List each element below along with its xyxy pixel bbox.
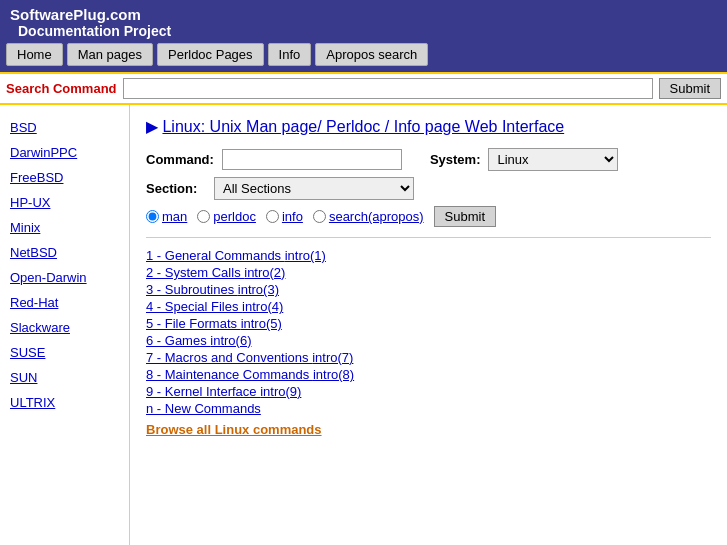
page-title-link[interactable]: Linux: Unix Man page/ Perldoc / Info pag… xyxy=(162,118,564,135)
radio-info-link[interactable]: info xyxy=(282,209,303,224)
sidebar-item-sun[interactable]: SUN xyxy=(0,365,129,390)
radio-perldoc[interactable] xyxy=(197,210,210,223)
sidebar-item-netbsd[interactable]: NetBSD xyxy=(0,240,129,265)
nav-bar: Home Man pages Perldoc Pages Info Apropo… xyxy=(0,43,727,72)
list-item: 7 - Macros and Conventions intro(7) xyxy=(146,350,711,365)
section-3-intro-link[interactable]: intro(3) xyxy=(238,282,279,297)
sidebar-item-darwinppc[interactable]: DarwinPPC xyxy=(0,140,129,165)
list-item: 5 - File Formats intro(5) xyxy=(146,316,711,331)
sidebar-item-ultrix[interactable]: ULTRIX xyxy=(0,390,129,415)
section-1-intro-link[interactable]: intro(1) xyxy=(285,248,326,263)
list-item: 8 - Maintenance Commands intro(8) xyxy=(146,367,711,382)
section-5-link[interactable]: 5 - File Formats intro(5) xyxy=(146,316,282,331)
section-2-intro-link[interactable]: intro(2) xyxy=(244,265,285,280)
sidebar: BSD DarwinPPC FreeBSD HP-UX Minix NetBSD… xyxy=(0,105,130,545)
list-item: 6 - Games intro(6) xyxy=(146,333,711,348)
sidebar-item-slackware[interactable]: Slackware xyxy=(0,315,129,340)
section-7-link[interactable]: 7 - Macros and Conventions intro(7) xyxy=(146,350,353,365)
radio-man[interactable] xyxy=(146,210,159,223)
arrow-icon: ▶ xyxy=(146,118,158,135)
section-4-link[interactable]: 4 - Special Files intro(4) xyxy=(146,299,283,314)
sidebar-item-open-darwin[interactable]: Open-Darwin xyxy=(0,265,129,290)
sections-list: 1 - General Commands intro(1) 2 - System… xyxy=(146,248,711,416)
radio-perldoc-label[interactable]: perldoc xyxy=(197,209,256,224)
list-item: 1 - General Commands intro(1) xyxy=(146,248,711,263)
search-input[interactable] xyxy=(123,78,653,99)
section-3-link[interactable]: 3 - Subroutines intro(3) xyxy=(146,282,279,297)
sidebar-item-hp-ux[interactable]: HP-UX xyxy=(0,190,129,215)
radio-info[interactable] xyxy=(266,210,279,223)
section-select[interactable]: All Sections 1 - General Commands 2 - Sy… xyxy=(214,177,414,200)
form-row-section: Section: All Sections 1 - General Comman… xyxy=(146,177,711,200)
list-item: 9 - Kernel Interface intro(9) xyxy=(146,384,711,399)
sidebar-item-bsd[interactable]: BSD xyxy=(0,115,129,140)
sidebar-item-freebsd[interactable]: FreeBSD xyxy=(0,165,129,190)
radio-apropos-link[interactable]: search(apropos) xyxy=(329,209,424,224)
radio-row: man perldoc info search(apropos) Submit xyxy=(146,206,711,227)
sidebar-item-suse[interactable]: SUSE xyxy=(0,340,129,365)
list-item: n - New Commands xyxy=(146,401,711,416)
form-submit-button[interactable]: Submit xyxy=(434,206,496,227)
search-bar: Search Command Submit xyxy=(0,72,727,105)
site-name: SoftwarePlug.com xyxy=(10,6,717,23)
divider xyxy=(146,237,711,238)
search-command-label: Search Command xyxy=(6,81,117,96)
project-name: Documentation Project xyxy=(18,23,717,39)
section-8-intro-link[interactable]: intro(8) xyxy=(313,367,354,382)
system-label: System: xyxy=(430,152,481,167)
section-n-link[interactable]: n - New Commands xyxy=(146,401,261,416)
nav-tab-home[interactable]: Home xyxy=(6,43,63,66)
section-label: Section: xyxy=(146,181,206,196)
section-8-link[interactable]: 8 - Maintenance Commands intro(8) xyxy=(146,367,354,382)
page-title: ▶ Linux: Unix Man page/ Perldoc / Info p… xyxy=(146,117,711,136)
command-input[interactable] xyxy=(222,149,402,170)
section-5-intro-link[interactable]: intro(5) xyxy=(241,316,282,331)
system-select[interactable]: Linux BSD FreeBSD HP-UX Minix NetBSD Ope… xyxy=(488,148,618,171)
form-row-command-system: Command: System: Linux BSD FreeBSD HP-UX… xyxy=(146,148,711,171)
section-1-link[interactable]: 1 - General Commands intro(1) xyxy=(146,248,326,263)
section-6-link[interactable]: 6 - Games intro(6) xyxy=(146,333,251,348)
nav-tab-info[interactable]: Info xyxy=(268,43,312,66)
search-submit-button[interactable]: Submit xyxy=(659,78,721,99)
sidebar-item-minix[interactable]: Minix xyxy=(0,215,129,240)
command-label: Command: xyxy=(146,152,214,167)
list-item: 4 - Special Files intro(4) xyxy=(146,299,711,314)
browse-all-link[interactable]: Browse all Linux commands xyxy=(146,422,322,437)
header: SoftwarePlug.com Documentation Project xyxy=(0,0,727,43)
radio-man-label[interactable]: man xyxy=(146,209,187,224)
radio-man-link[interactable]: man xyxy=(162,209,187,224)
list-item: 3 - Subroutines intro(3) xyxy=(146,282,711,297)
sidebar-item-red-hat[interactable]: Red-Hat xyxy=(0,290,129,315)
section-9-link[interactable]: 9 - Kernel Interface intro(9) xyxy=(146,384,301,399)
list-item: 2 - System Calls intro(2) xyxy=(146,265,711,280)
radio-perldoc-link[interactable]: perldoc xyxy=(213,209,256,224)
section-4-intro-link[interactable]: intro(4) xyxy=(242,299,283,314)
section-9-intro-link[interactable]: intro(9) xyxy=(260,384,301,399)
radio-apropos-label[interactable]: search(apropos) xyxy=(313,209,424,224)
section-2-link[interactable]: 2 - System Calls intro(2) xyxy=(146,265,285,280)
nav-tab-man-pages[interactable]: Man pages xyxy=(67,43,153,66)
section-6-intro-link[interactable]: intro(6) xyxy=(210,333,251,348)
nav-tab-perldoc-pages[interactable]: Perldoc Pages xyxy=(157,43,264,66)
section-7-intro-link[interactable]: intro(7) xyxy=(312,350,353,365)
radio-apropos[interactable] xyxy=(313,210,326,223)
content-area: ▶ Linux: Unix Man page/ Perldoc / Info p… xyxy=(130,105,727,545)
radio-info-label[interactable]: info xyxy=(266,209,303,224)
main: BSD DarwinPPC FreeBSD HP-UX Minix NetBSD… xyxy=(0,105,727,545)
nav-tab-apropos-search[interactable]: Apropos search xyxy=(315,43,428,66)
